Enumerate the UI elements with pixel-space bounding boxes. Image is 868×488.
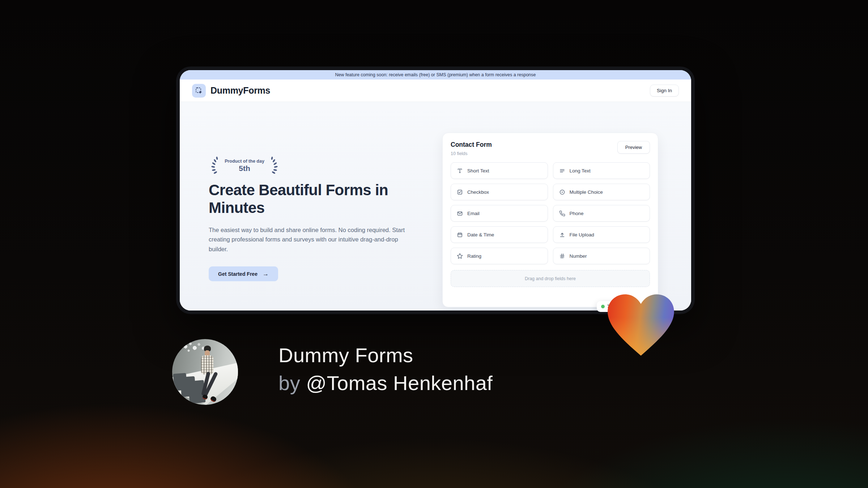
profile-photo: [172, 339, 238, 405]
field-long-text[interactable]: Long Text: [553, 162, 650, 179]
form-field-count: 10 fields: [451, 151, 492, 156]
upload-icon: [559, 232, 565, 238]
field-type-grid: Short Text Long Text Checkbox: [451, 162, 650, 264]
sign-in-button[interactable]: Sign In: [650, 85, 679, 97]
gradient-heart-icon: [604, 291, 678, 360]
badge-line1: Product of the day: [222, 159, 267, 164]
app-page: New feature coming soon: receive emails …: [180, 70, 691, 311]
dummyforms-logo-icon: [192, 84, 206, 98]
field-file-upload[interactable]: File Upload: [553, 226, 650, 243]
laurel-left-icon: [209, 155, 220, 176]
field-rating[interactable]: Rating: [451, 248, 548, 264]
announcement-text: New feature coming soon: receive emails …: [335, 72, 536, 77]
cta-label: Get Started Free: [218, 271, 258, 277]
hero-title: Create Beautiful Forms in Minutes: [209, 181, 411, 217]
byline-handle: @Tomas Henkenhaf: [306, 372, 493, 394]
checkbox-icon: [457, 189, 463, 195]
field-checkbox[interactable]: Checkbox: [451, 184, 548, 200]
announcement-banner: New feature coming soon: receive emails …: [180, 70, 691, 80]
shoe: [210, 395, 217, 403]
hero-section: Product of the day 5th: [180, 102, 691, 311]
person-figure: [196, 344, 220, 402]
byline-title: Dummy Forms: [278, 341, 493, 369]
drag-drop-zone[interactable]: Drag and drop fields here: [451, 270, 650, 287]
hero-subtitle: The easiest way to build and share onlin…: [209, 225, 418, 254]
laurel-right-icon: [269, 155, 280, 176]
dropzone-label: Drag and drop fields here: [525, 276, 576, 281]
hash-icon: [559, 253, 565, 259]
field-short-text[interactable]: Short Text: [451, 162, 548, 179]
byline-prefix: by: [278, 372, 306, 394]
badge-line2: 5th: [222, 164, 267, 173]
brand-logo[interactable]: DummyForms: [192, 84, 270, 98]
product-of-the-day-badge: Product of the day 5th: [209, 155, 280, 176]
field-email[interactable]: Email: [451, 205, 548, 222]
arrow-right-icon: →: [263, 271, 269, 277]
maker-byline: Dummy Forms by @Tomas Henkenhaf: [278, 341, 493, 397]
radio-button-icon: [559, 189, 565, 195]
paragraph-lines-icon: [559, 168, 565, 174]
field-multiple-choice[interactable]: Multiple Choice: [553, 184, 650, 200]
field-phone[interactable]: Phone: [553, 205, 650, 222]
field-date-time[interactable]: Date & Time: [451, 226, 548, 243]
form-builder-card: Contact Form 10 fields Preview Short Tex…: [442, 133, 658, 307]
envelope-icon: [457, 210, 463, 217]
text-icon: [457, 168, 463, 174]
field-number[interactable]: Number: [553, 248, 650, 264]
get-started-button[interactable]: Get Started Free →: [209, 266, 278, 281]
preview-button[interactable]: Preview: [617, 141, 650, 154]
star-icon: [457, 253, 463, 259]
phone-icon: [559, 210, 565, 217]
form-title: Contact Form: [451, 141, 492, 149]
app-header: DummyForms Sign In: [180, 80, 691, 102]
browser-window: New feature coming soon: receive emails …: [176, 67, 695, 314]
brand-name: DummyForms: [210, 85, 270, 96]
calendar-icon: [457, 232, 463, 238]
checkered-shirt: [201, 355, 213, 374]
